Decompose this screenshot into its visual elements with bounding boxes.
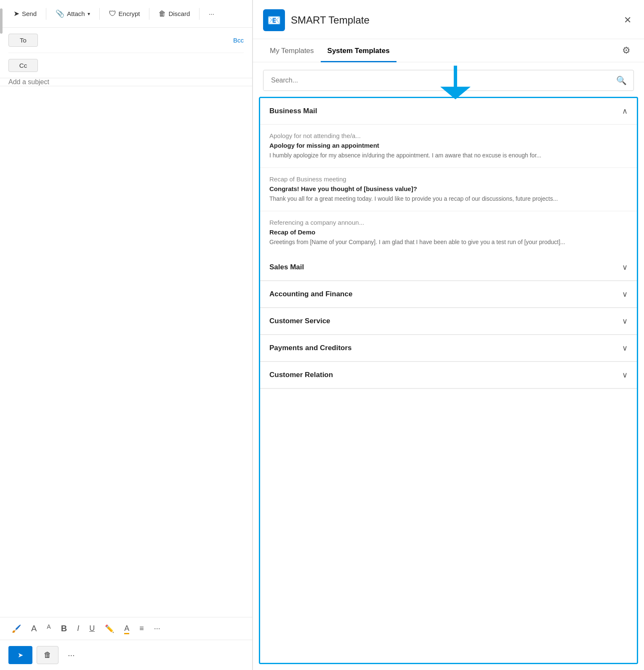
template-list: Business Mail ∧ Apology for not attendin… bbox=[259, 97, 638, 664]
section-header-sales-mail[interactable]: Sales Mail ∨ bbox=[260, 254, 637, 281]
template-item-meeting[interactable]: Recap of Business meeting Congrats! Have… bbox=[260, 168, 637, 211]
search-icon-button[interactable]: 🔍 bbox=[609, 70, 633, 90]
encrypt-label: Encrypt bbox=[119, 10, 140, 17]
clear-format-button[interactable]: ✏️ bbox=[101, 622, 117, 635]
to-field-row: To Bcc bbox=[8, 28, 244, 53]
discard-label: Discard bbox=[168, 10, 190, 17]
template-subtitle-announcement: Referencing a company announ... bbox=[269, 219, 628, 226]
font-size-large-button[interactable]: A bbox=[28, 622, 40, 635]
attach-button[interactable]: 📎 Attach ▾ bbox=[51, 6, 95, 21]
more-bottom-button[interactable]: ··· bbox=[63, 647, 80, 663]
section-title-accounting: Accounting and Finance bbox=[269, 290, 352, 298]
chevron-payments: ∨ bbox=[622, 343, 628, 353]
list-icon: ≡ bbox=[139, 624, 144, 633]
search-icon: 🔍 bbox=[616, 76, 627, 85]
section-title-sales-mail: Sales Mail bbox=[269, 263, 304, 271]
email-fields: To Bcc Cc bbox=[0, 28, 252, 78]
email-compose-panel: ➤ Send 📎 Attach ▾ 🛡 Encrypt 🗑 Discard ··… bbox=[0, 0, 253, 670]
brush-button[interactable]: 🖌️ bbox=[8, 622, 24, 635]
cc-input[interactable] bbox=[38, 59, 244, 72]
scroll-thumb bbox=[0, 8, 3, 34]
chevron-accounting: ∨ bbox=[622, 290, 628, 299]
attach-icon: 📎 bbox=[56, 9, 64, 18]
font-size-small-button[interactable]: A bbox=[43, 622, 54, 635]
font-color-button[interactable]: A bbox=[121, 622, 133, 635]
bold-button[interactable]: B bbox=[58, 622, 70, 635]
subject-row bbox=[0, 78, 252, 86]
section-sales-mail: Sales Mail ∨ bbox=[260, 254, 637, 281]
section-header-accounting[interactable]: Accounting and Finance ∨ bbox=[260, 281, 637, 308]
cc-button[interactable]: Cc bbox=[8, 59, 38, 72]
underline-icon: U bbox=[89, 624, 95, 633]
template-preview-announcement: Greetings from [Name of your Company]. I… bbox=[269, 238, 628, 247]
more-bottom-icon: ··· bbox=[68, 650, 75, 659]
send-bottom-button[interactable]: ➤ bbox=[8, 646, 32, 664]
discard-button[interactable]: 🗑 Discard bbox=[154, 6, 195, 21]
section-title-customer-relation: Customer Relation bbox=[269, 371, 333, 379]
panel-title: SMART Template bbox=[291, 14, 621, 26]
toolbar-separator-1 bbox=[46, 8, 46, 20]
list-button[interactable]: ≡ bbox=[136, 622, 147, 635]
section-header-payments[interactable]: Payments and Creditors ∨ bbox=[260, 335, 637, 362]
tab-my-templates[interactable]: My Templates bbox=[263, 39, 321, 62]
attach-chevron-icon: ▾ bbox=[88, 11, 90, 17]
more-toolbar-label: ··· bbox=[209, 10, 214, 17]
template-subtitle-meeting: Recap of Business meeting bbox=[269, 175, 628, 183]
to-button[interactable]: To bbox=[8, 34, 38, 47]
section-customer-relation: Customer Relation ∨ bbox=[260, 362, 637, 389]
panel-header: 📧 SMART Template ✕ bbox=[253, 0, 644, 39]
tab-system-templates[interactable]: System Templates bbox=[321, 39, 397, 62]
section-header-business-mail[interactable]: Business Mail ∧ bbox=[260, 98, 637, 125]
subject-input[interactable] bbox=[8, 78, 244, 86]
brush-icon: 🖌️ bbox=[12, 625, 21, 633]
tabs-row: My Templates System Templates ⚙ bbox=[253, 39, 644, 62]
template-title-apology: Apology for missing an appointment bbox=[269, 142, 628, 149]
template-item-apology[interactable]: Apology for not attending the/a... Apolo… bbox=[260, 125, 637, 168]
delete-icon: 🗑 bbox=[44, 651, 51, 659]
compose-body[interactable] bbox=[0, 86, 252, 617]
format-more-icon: ··· bbox=[154, 624, 160, 633]
italic-button[interactable]: I bbox=[74, 622, 82, 635]
section-header-customer-relation[interactable]: Customer Relation ∨ bbox=[260, 362, 637, 388]
template-preview-apology: I humbly apologize for my absence in/dur… bbox=[269, 151, 628, 160]
send-icon: ➤ bbox=[13, 9, 19, 18]
template-preview-meeting: Thank you all for a great meeting today.… bbox=[269, 194, 628, 203]
toolbar-separator-2 bbox=[99, 8, 100, 20]
delete-button[interactable]: 🗑 bbox=[37, 646, 59, 664]
search-input[interactable] bbox=[263, 71, 609, 90]
font-size-small-icon: A bbox=[47, 623, 51, 630]
section-header-customer-service[interactable]: Customer Service ∨ bbox=[260, 308, 637, 335]
format-more-button[interactable]: ··· bbox=[151, 622, 164, 635]
toolbar-separator-4 bbox=[199, 8, 200, 20]
section-business-mail: Business Mail ∧ Apology for not attendin… bbox=[260, 98, 637, 254]
search-area: 🔍 bbox=[253, 62, 644, 97]
more-toolbar-button[interactable]: ··· bbox=[204, 7, 219, 21]
toolbar-separator-3 bbox=[149, 8, 149, 20]
underline-button[interactable]: U bbox=[86, 622, 98, 635]
bottom-actions: ➤ 🗑 ··· bbox=[0, 640, 252, 670]
smart-template-panel: 📧 SMART Template ✕ My Templates System T… bbox=[253, 0, 644, 670]
send-bottom-icon: ➤ bbox=[18, 651, 23, 659]
font-size-large-icon: A bbox=[31, 624, 37, 633]
section-payments-creditors: Payments and Creditors ∨ bbox=[260, 335, 637, 362]
section-customer-service: Customer Service ∨ bbox=[260, 308, 637, 335]
chevron-customer-service: ∨ bbox=[622, 316, 628, 326]
settings-button[interactable]: ⚙ bbox=[619, 42, 634, 59]
clear-format-icon: ✏️ bbox=[105, 625, 114, 633]
bcc-link[interactable]: Bcc bbox=[233, 37, 244, 44]
template-item-announcement[interactable]: Referencing a company announ... Recap of… bbox=[260, 211, 637, 254]
template-title-meeting: Congrats! Have you thought of [business … bbox=[269, 185, 628, 192]
send-button[interactable]: ➤ Send bbox=[8, 6, 42, 21]
italic-icon: I bbox=[77, 624, 79, 633]
encrypt-button[interactable]: 🛡 Encrypt bbox=[104, 6, 145, 21]
template-subtitle-apology: Apology for not attending the/a... bbox=[269, 132, 628, 139]
compose-toolbar: ➤ Send 📎 Attach ▾ 🛡 Encrypt 🗑 Discard ··… bbox=[0, 0, 252, 28]
section-accounting-finance: Accounting and Finance ∨ bbox=[260, 281, 637, 308]
chevron-sales-mail: ∨ bbox=[622, 263, 628, 272]
section-title-business-mail: Business Mail bbox=[269, 107, 317, 115]
to-input[interactable] bbox=[38, 34, 233, 46]
close-panel-button[interactable]: ✕ bbox=[621, 12, 634, 28]
template-title-announcement: Recap of Demo bbox=[269, 229, 628, 236]
close-icon: ✕ bbox=[624, 15, 631, 25]
chevron-business-mail: ∧ bbox=[622, 106, 628, 116]
